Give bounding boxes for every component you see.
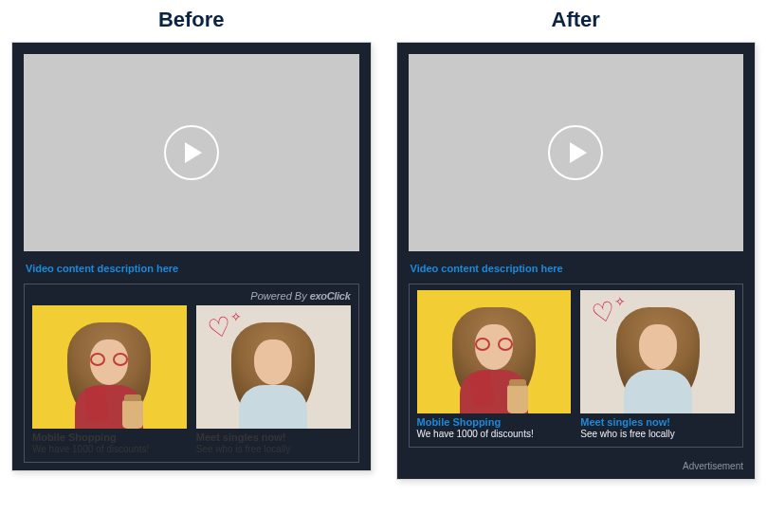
powered-by-label: Powered By exoClick <box>250 290 350 302</box>
ad-image <box>417 290 572 413</box>
video-placeholder[interactable] <box>409 54 744 251</box>
ad-title: Mobile Shopping <box>417 416 572 428</box>
ad-image <box>32 305 187 429</box>
panel-before: Video content description here Powered B… <box>11 42 372 471</box>
video-description-link[interactable]: Video content description here <box>24 261 359 274</box>
ad-subtitle: See who is free locally <box>196 444 351 454</box>
ad-container: Mobile Shopping We have 1000 of discount… <box>409 284 744 448</box>
advertisement-label: Advertisement <box>409 461 744 471</box>
panel-after: Video content description here <box>396 42 757 480</box>
ad-card[interactable]: ♡ ✧ Meet singles now! See who is free lo… <box>580 290 735 439</box>
column-title-before: Before <box>11 8 372 32</box>
ad-title: Meet singles now! <box>580 416 735 428</box>
ad-subtitle: See who is free locally <box>580 429 735 439</box>
video-placeholder[interactable] <box>24 54 359 251</box>
ad-image: ♡ ✧ <box>580 290 735 413</box>
ad-title: Mobile Shopping <box>32 431 187 443</box>
play-icon <box>548 125 603 180</box>
column-title-after: After <box>396 8 757 32</box>
ad-container: Powered By exoClick <box>24 284 359 463</box>
ad-card[interactable]: Mobile Shopping We have 1000 of discount… <box>32 305 187 454</box>
play-icon <box>164 125 219 180</box>
ad-card[interactable]: ♡ ✧ Meet singles now! See who is free lo… <box>196 305 351 454</box>
ad-image: ♡ ✧ <box>196 305 351 429</box>
ad-title: Meet singles now! <box>196 431 351 443</box>
ad-subtitle: We have 1000 of discounts! <box>417 429 572 439</box>
video-description-link[interactable]: Video content description here <box>409 261 744 274</box>
ad-subtitle: We have 1000 of discounts! <box>32 444 187 454</box>
ad-card[interactable]: Mobile Shopping We have 1000 of discount… <box>417 290 572 439</box>
exoclick-logo: exoClick <box>310 290 351 302</box>
